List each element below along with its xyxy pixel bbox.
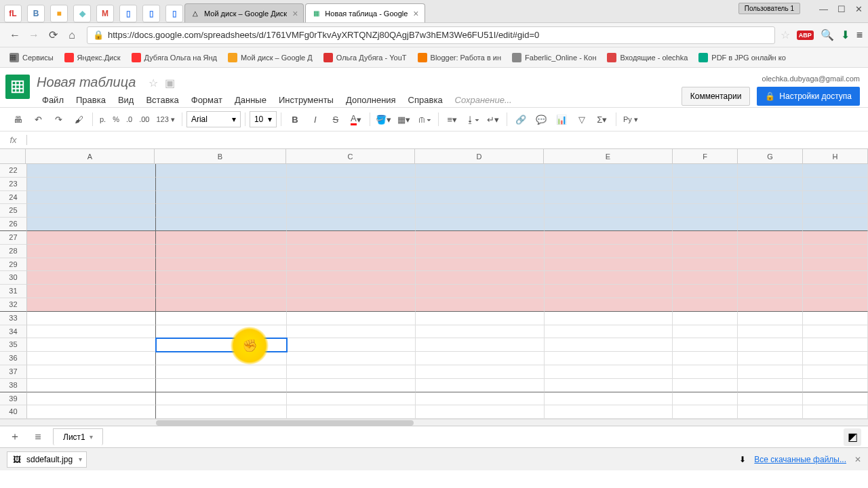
merge-button[interactable]: ⫙▾ — [415, 110, 434, 128]
menu-addons[interactable]: Дополнения — [340, 93, 401, 107]
cell[interactable] — [673, 352, 738, 365]
row-header[interactable]: 25 — [0, 204, 27, 218]
cell[interactable] — [156, 258, 288, 272]
cell[interactable] — [673, 191, 738, 205]
link-button[interactable]: 🔗 — [511, 110, 530, 128]
row-header[interactable]: 40 — [0, 405, 27, 419]
row-header[interactable]: 30 — [0, 271, 27, 285]
cell[interactable] — [803, 204, 868, 218]
app-icon-doc3[interactable]: ▯ — [165, 5, 183, 22]
share-button[interactable]: 🔒 Настройки доступа — [757, 87, 860, 106]
home-button[interactable]: ⌂ — [64, 27, 80, 43]
close-icon[interactable]: × — [413, 8, 418, 19]
text-color-button[interactable]: A ▾ — [347, 110, 366, 128]
cell[interactable] — [738, 258, 803, 272]
bookmark-item[interactable]: Яндекс.Диск — [60, 50, 125, 65]
chart-button[interactable]: 📊 — [552, 110, 571, 128]
horizontal-scrollbar[interactable] — [0, 419, 868, 426]
cell[interactable] — [416, 379, 545, 392]
cell[interactable] — [545, 325, 673, 339]
cell[interactable] — [673, 231, 738, 245]
cell[interactable] — [416, 164, 545, 178]
menu-tools[interactable]: Инструменты — [273, 93, 339, 107]
functions-button[interactable]: Σ▾ — [593, 110, 612, 128]
print-button[interactable]: 🖶 — [8, 110, 27, 128]
cell[interactable] — [545, 312, 673, 325]
cell[interactable] — [287, 271, 416, 285]
decrease-decimal-button[interactable]: .0 — [123, 115, 135, 123]
cell[interactable] — [545, 379, 673, 392]
undo-button[interactable]: ↶ — [28, 110, 47, 128]
scrollbar-thumb[interactable] — [156, 420, 414, 426]
bookmark-item[interactable]: Мой диск – Google Д — [224, 50, 317, 65]
cell[interactable] — [416, 271, 545, 285]
cell[interactable] — [27, 325, 156, 339]
cell[interactable] — [287, 258, 416, 272]
document-title[interactable]: Новая таблица — [37, 75, 136, 89]
browser-tab[interactable]: △ Мой диск – Google Диск × — [184, 3, 304, 22]
cell[interactable] — [803, 285, 868, 298]
cell[interactable] — [673, 164, 738, 178]
increase-decimal-button[interactable]: .00 — [136, 115, 152, 123]
cell[interactable] — [156, 352, 288, 365]
cell[interactable] — [27, 245, 156, 258]
cell[interactable] — [545, 191, 673, 205]
cell[interactable] — [27, 178, 156, 191]
cell[interactable] — [416, 258, 545, 272]
download-arrow-icon[interactable]: ⬇ — [841, 28, 850, 41]
comment-button[interactable]: 💬 — [532, 110, 551, 128]
menu-view[interactable]: Вид — [113, 93, 140, 107]
row-header[interactable]: 28 — [0, 245, 27, 258]
column-header-d[interactable]: D — [415, 149, 544, 163]
cell[interactable] — [416, 392, 545, 406]
cell[interactable] — [673, 392, 738, 406]
cell[interactable] — [803, 325, 868, 339]
cell[interactable] — [156, 191, 288, 205]
cell[interactable] — [156, 405, 288, 419]
cell[interactable] — [416, 285, 545, 298]
cell[interactable] — [156, 392, 288, 406]
row-header[interactable]: 31 — [0, 285, 27, 298]
cell[interactable] — [545, 164, 673, 178]
cell[interactable] — [416, 338, 545, 352]
cell[interactable] — [545, 365, 673, 379]
cell[interactable] — [287, 312, 416, 325]
app-icon-teal[interactable]: ◆ — [73, 5, 91, 22]
app-icon-ok[interactable]: ■ — [50, 5, 68, 22]
cell[interactable] — [156, 379, 288, 392]
cell[interactable] — [27, 405, 156, 419]
cell[interactable] — [673, 405, 738, 419]
cell[interactable] — [416, 365, 545, 379]
app-icon-vk[interactable]: B — [27, 5, 45, 22]
cell[interactable] — [27, 164, 156, 178]
strikethrough-button[interactable]: S — [326, 110, 345, 128]
bookmark-item[interactable]: Входящие - olechka — [603, 50, 692, 65]
cell[interactable] — [738, 325, 803, 339]
cell[interactable] — [27, 285, 156, 298]
redo-button[interactable]: ↷ — [49, 110, 68, 128]
cell[interactable] — [27, 338, 156, 352]
cell[interactable] — [287, 405, 416, 419]
cell[interactable] — [738, 231, 803, 245]
cell[interactable] — [27, 352, 156, 365]
font-size-select[interactable]: 10▾ — [250, 111, 277, 127]
v-align-button[interactable]: ⭳▾ — [463, 110, 482, 128]
currency-button[interactable]: р. — [97, 115, 108, 123]
folder-icon[interactable]: ▣ — [165, 77, 175, 89]
cell[interactable] — [27, 204, 156, 218]
explore-button[interactable]: ◩ — [844, 428, 861, 446]
cell[interactable] — [27, 312, 156, 325]
bookmark-item[interactable]: Blogger: Работа в ин — [414, 50, 506, 65]
cell[interactable] — [156, 178, 288, 191]
cell[interactable] — [738, 204, 803, 218]
cell[interactable] — [738, 271, 803, 285]
back-button[interactable]: ← — [7, 27, 23, 43]
cell[interactable] — [738, 218, 803, 231]
cell[interactable] — [27, 258, 156, 272]
cell[interactable] — [156, 231, 288, 245]
cell[interactable] — [738, 312, 803, 325]
cell[interactable] — [156, 204, 288, 218]
row-header[interactable]: 32 — [0, 298, 27, 312]
cell[interactable] — [738, 285, 803, 298]
cell[interactable] — [416, 191, 545, 205]
